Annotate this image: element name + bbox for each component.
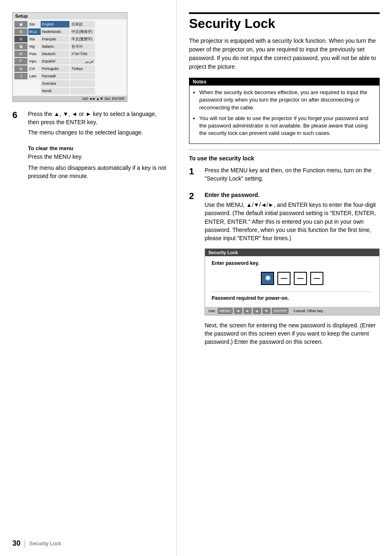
step-2-main: Enter the password. [205, 191, 380, 199]
page-title: Security Lock [189, 12, 380, 31]
lang-row-empty2 [70, 80, 95, 87]
lang-row-sv: Svenska [41, 80, 69, 87]
label-row: Lam [28, 73, 41, 79]
lang-row-it: Italiano [41, 43, 69, 50]
note-item-1: When the security lock becomes effective… [199, 89, 375, 111]
icon-row: ℹ [14, 73, 28, 79]
setup-menu-title: Setup [13, 13, 127, 19]
notes-body: When the security lock becomes effective… [189, 86, 379, 144]
lang-row-de: Deutsch [41, 51, 69, 57]
lang-row-fr: Français [41, 36, 69, 42]
down-key: ▼ [263, 308, 270, 314]
left-column: Setup ▣ ⊞ ⊟ ▦ ⊕ 🔍 ⊕ ℹ Sta ⊕La Sta [0, 0, 177, 556]
icon-row: ⊕ [14, 65, 28, 72]
icon-row: ⊟ [14, 36, 28, 42]
right-key: ► [244, 308, 251, 314]
step-2-after-dialog: Next, the screen for entering the new pa… [205, 321, 380, 346]
section-divider [189, 150, 380, 150]
step-2-block: 2 Enter the password. Use the MENU, ▲/▼/… [189, 191, 380, 349]
lang-row-pt: Português [41, 65, 69, 72]
footer-cancel-label: Cancel: Other key [293, 309, 323, 313]
notes-box: Notes When the security lock becomes eff… [189, 78, 380, 144]
pass-box-4: — [310, 272, 323, 285]
lang-row-zh-t: 中文(繁體字) [70, 36, 95, 42]
icon-row: ⊞ [14, 28, 28, 35]
setup-menu-diagram: Setup ▣ ⊞ ⊟ ▦ ⊕ 🔍 ⊕ ℹ Sta ⊕La Sta [12, 12, 127, 102]
step-1-number: 1 [189, 167, 201, 176]
enter-key: ENTER [272, 308, 289, 314]
lang-row-tr: Türkçe [70, 65, 95, 72]
pass-box-2: — [277, 272, 291, 285]
lang-row-ko: 한국어 [70, 43, 95, 50]
pass-box-1: ✱ [261, 272, 274, 285]
lang-row-ja: 日本語 [70, 21, 95, 28]
security-dialog: Security Lock Enter password key. ✱ — — … [205, 248, 380, 315]
icon-row: ▦ [14, 43, 28, 50]
password-display: ✱ — — — [212, 272, 373, 285]
label-row: ⊕La [28, 28, 41, 35]
step-6-content: Press the ▲, ▼, ◄ or ► key to select a l… [28, 110, 168, 139]
lang-row-nl: Nederlands [41, 28, 69, 35]
step-1-content: Press the MENU key and then, on the Func… [205, 167, 380, 185]
lang-row-ru: Русский [41, 73, 69, 79]
step-1-block: 1 Press the MENU key and then, on the Fu… [189, 167, 380, 185]
step-6-block: 6 Press the ▲, ▼, ◄ or ► key to select a… [12, 110, 168, 139]
page-footer: 30 Security Lock [12, 539, 61, 548]
clear-menu-line1: Press the MENU key. [28, 153, 168, 161]
right-column: Security Lock The projector is equipped … [177, 0, 392, 556]
label-row: Pow [28, 51, 41, 57]
icon-row: ⊕ [14, 51, 28, 57]
step-6-number: 6 [12, 110, 25, 120]
lang-row-no: Norsk [41, 88, 69, 94]
setup-icons-col: ▣ ⊞ ⊟ ▦ ⊕ 🔍 ⊕ ℹ [14, 21, 28, 94]
security-dialog-title: Security Lock [205, 249, 379, 256]
note-item-2: You will not be able to use the projecto… [199, 115, 375, 137]
label-row: Col [28, 65, 41, 72]
lang-col1: English Nederlands Français Italiano Deu… [41, 21, 69, 94]
clear-menu-section: To clear the menu Press the MENU key. Th… [28, 145, 168, 181]
label-row: Inpu [28, 58, 41, 65]
security-dialog-body: Enter password key. ✱ — — — Password req… [205, 256, 379, 307]
lang-row-ar: عربي [70, 58, 95, 65]
notes-header: Notes [189, 78, 379, 86]
lang-row-th: ภาษาไทย [70, 51, 95, 57]
icon-row: ▣ [14, 21, 28, 28]
step-2-content: Enter the password. Use the MENU, ▲/▼/◄/… [205, 191, 380, 349]
page-footer-divider [25, 540, 25, 548]
left-key: ◄ [234, 308, 242, 314]
setup-menu-body: ▣ ⊞ ⊟ ▦ ⊕ 🔍 ⊕ ℹ Sta ⊕La Sta Hig Pow Inpu [13, 19, 127, 96]
lang-row-empty3 [70, 88, 95, 94]
enter-password-label: Enter password key. [212, 260, 373, 266]
step-6-sub-text: The menu changes to the selected languag… [28, 129, 168, 137]
password-required-label: Password required for power-on. [212, 292, 373, 301]
to-use-heading: To use the security lock [189, 155, 380, 162]
clear-menu-line2: The menu also disappears automatically i… [28, 164, 168, 180]
lang-row-english: English [41, 21, 69, 28]
lang-row-empty1 [70, 73, 95, 79]
security-dialog-footer: Use: MENU ◄ ► ▲ ▼ ENTER Cancel: Other ke… [205, 307, 379, 315]
step-6-main-text: Press the ▲, ▼, ◄ or ► key to select a l… [28, 110, 168, 126]
label-row: Sta [28, 36, 41, 42]
lang-col2: 日本語 中文(簡体字) 中文(繁體字) 한국어 ภาษาไทย عربي Tür… [70, 21, 95, 94]
footer-use-label: Use: [208, 309, 216, 313]
footer-section-label: Security Lock [29, 540, 61, 547]
icon-row: 🔍 [14, 58, 28, 65]
page-number: 30 [12, 539, 21, 548]
lang-row-zh-s: 中文(簡体字) [70, 28, 95, 35]
step-2-sub: Use the MENU, ▲/▼/◄/►, and ENTER keys to… [205, 201, 380, 242]
step-1-text: Press the MENU key and then, on the Func… [205, 167, 380, 183]
lang-row-es: Español [41, 58, 69, 65]
intro-text: The projector is equipped with a securit… [189, 37, 380, 71]
setup-labels-col: Sta ⊕La Sta Hig Pow Inpu Col Lam [28, 21, 41, 94]
step-2-number: 2 [189, 191, 201, 201]
menu-key: MENU [218, 308, 233, 314]
label-row: Hig [28, 43, 41, 50]
label-row: Sta [28, 21, 41, 28]
setup-bottom-bar: Sel:◄►▲▼ Set: ENTER [13, 96, 127, 102]
up-key: ▲ [253, 308, 261, 314]
clear-menu-heading: To clear the menu [28, 145, 168, 151]
pass-box-3: — [294, 272, 307, 285]
